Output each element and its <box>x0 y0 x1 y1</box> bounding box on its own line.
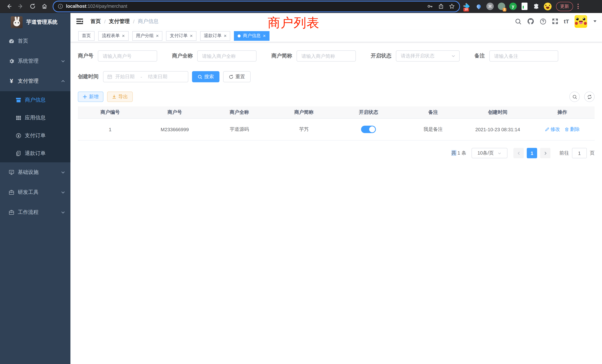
app-frame: 芋道管理系统 首页 系统管理 ¥ 支付管理 <box>0 13 602 364</box>
font-size-icon[interactable]: tT <box>564 18 569 24</box>
extension-pin-icon[interactable] <box>474 2 483 10</box>
next-page-button[interactable] <box>540 148 550 158</box>
date-range-picker[interactable]: 开始日期 - 结束日期 <box>103 71 188 82</box>
remark-input[interactable] <box>489 50 558 62</box>
tab-pay-order[interactable]: 支付订单 × <box>166 31 196 41</box>
sidebar-item-refund-order[interactable]: 退款订单 <box>0 145 70 162</box>
reset-button[interactable]: 重置 <box>223 71 251 82</box>
briefcase-icon <box>9 189 14 195</box>
home-icon[interactable] <box>40 1 49 11</box>
sidebar-item-label: 系统管理 <box>18 58 61 64</box>
sidebar-item-system[interactable]: 系统管理 <box>0 51 70 71</box>
extensions-puzzle-icon[interactable] <box>532 2 540 10</box>
col-header: 操作 <box>530 109 595 116</box>
sidebar-item-label: 商户信息 <box>25 97 46 103</box>
sidebar-collapse-icon[interactable] <box>76 19 83 24</box>
status-toggle[interactable] <box>361 126 376 133</box>
site-info-icon[interactable] <box>58 4 63 9</box>
url-bar[interactable]: localhost :1024/pay/merchant <box>53 1 459 11</box>
extension-green-icon[interactable]: 1 <box>497 2 506 10</box>
close-icon[interactable]: × <box>156 33 159 38</box>
extension-badge: 10 <box>463 8 469 11</box>
app-logo <box>11 16 23 28</box>
edit-link[interactable]: 修改 <box>545 126 560 133</box>
app-logo-row[interactable]: 芋道管理系统 <box>0 13 70 31</box>
chrome-update-button[interactable]: 更新 <box>556 2 573 11</box>
tab-home[interactable]: 首页 <box>78 31 95 41</box>
pagination: 共 1 条 10条/页 1 前往 页 <box>78 148 595 158</box>
yen-icon: ¥ <box>9 78 14 84</box>
sidebar-item-app-info[interactable]: 应用信息 <box>0 109 70 127</box>
short-name-input[interactable] <box>297 50 356 62</box>
user-avatar[interactable] <box>575 15 587 28</box>
sidebar-item-infra[interactable]: 基础设施 <box>0 162 70 182</box>
sidebar-item-merchant-info[interactable]: 商户信息 <box>0 91 70 109</box>
date-separator: - <box>140 74 142 79</box>
page-number-1[interactable]: 1 <box>527 148 537 158</box>
extension-y-icon[interactable]: y <box>509 2 517 10</box>
full-name-input[interactable] <box>197 50 257 62</box>
search-icon[interactable] <box>515 18 522 25</box>
tab-merchant-info[interactable]: 商户信息 × <box>234 31 269 41</box>
fullscreen-icon[interactable] <box>552 18 558 24</box>
edit-pencil-icon <box>545 127 549 132</box>
share-icon[interactable] <box>438 3 444 9</box>
extension-command-icon[interactable]: ⌘ <box>486 2 494 10</box>
link-label: 删除 <box>570 126 580 133</box>
prev-page-button[interactable] <box>513 148 524 158</box>
reload-icon[interactable] <box>28 1 37 11</box>
toggle-search-button[interactable] <box>569 92 580 102</box>
tab-refund-order[interactable]: 退款订单 × <box>200 31 230 41</box>
tab-label: 流程表单 <box>102 33 120 39</box>
help-icon[interactable] <box>540 18 546 25</box>
merchant-no-input[interactable] <box>98 50 157 62</box>
page-size-select[interactable]: 10条/页 <box>472 148 507 158</box>
browser-chrome: localhost :1024/pay/merchant 10 ⌘ <box>0 0 602 13</box>
sidebar-item-pay-order[interactable]: 支付订单 <box>0 127 70 145</box>
search-form-row-2: 创建时间 开始日期 - 结束日期 搜索 重置 <box>78 71 595 82</box>
remark-field: 备注 <box>474 50 558 62</box>
delete-link[interactable]: 删除 <box>565 126 580 133</box>
close-icon[interactable]: × <box>224 33 227 38</box>
sidebar-item-pay[interactable]: ¥ 支付管理 <box>0 71 70 91</box>
sidebar-item-workflow[interactable]: 工作流程 <box>0 202 70 222</box>
back-icon[interactable] <box>4 1 14 11</box>
tab-user-group[interactable]: 用户分组 × <box>132 31 162 41</box>
topbar-icons: tT <box>515 15 596 28</box>
profile-avatar-icon[interactable] <box>543 2 552 10</box>
button-label: 新增 <box>89 93 99 100</box>
tab-label: 用户分组 <box>136 33 154 39</box>
tab-label: 首页 <box>82 33 91 39</box>
chevron-down-icon <box>61 190 65 195</box>
col-header: 创建时间 <box>465 109 530 116</box>
bookmark-star-icon[interactable] <box>449 3 455 9</box>
breadcrumb-pay[interactable]: 支付管理 <box>109 18 130 25</box>
search-button[interactable]: 搜索 <box>192 71 219 82</box>
goto-page-input[interactable] <box>572 148 587 158</box>
breadcrumb-current: 商户信息 <box>138 18 159 25</box>
col-header: 备注 <box>401 109 466 116</box>
gear-icon <box>9 58 14 64</box>
export-button[interactable]: 导出 <box>107 92 133 102</box>
field-label: 商户简称 <box>271 53 292 59</box>
add-button[interactable]: 新增 <box>78 92 103 102</box>
extension-doc-icon[interactable] <box>520 2 529 10</box>
col-header: 商户简称 <box>272 109 336 116</box>
extensions-row: 10 ⌘ 1 y <box>463 2 552 10</box>
avatar-caret-icon[interactable] <box>593 20 596 22</box>
close-icon[interactable]: × <box>263 33 266 38</box>
refresh-table-button[interactable] <box>584 92 595 102</box>
chrome-menu-icon[interactable] <box>575 4 580 9</box>
merchant-table: 商户编号 商户号 商户全称 商户简称 开启状态 备注 创建时间 操作 1 M23… <box>78 106 595 140</box>
close-icon[interactable]: × <box>122 33 125 38</box>
close-icon[interactable]: × <box>190 33 193 38</box>
github-icon[interactable] <box>527 18 534 25</box>
forward-icon[interactable] <box>16 1 26 11</box>
sidebar-item-home[interactable]: 首页 <box>0 31 70 51</box>
tab-process-form[interactable]: 流程表单 × <box>98 31 129 41</box>
breadcrumb-home[interactable]: 首页 <box>90 18 101 25</box>
sidebar-item-dev-tools[interactable]: 研发工具 <box>0 182 70 202</box>
extension-diamond-icon[interactable]: 10 <box>463 2 471 10</box>
password-key-icon[interactable] <box>427 3 433 9</box>
status-select[interactable]: 请选择开启状态 <box>396 50 460 62</box>
